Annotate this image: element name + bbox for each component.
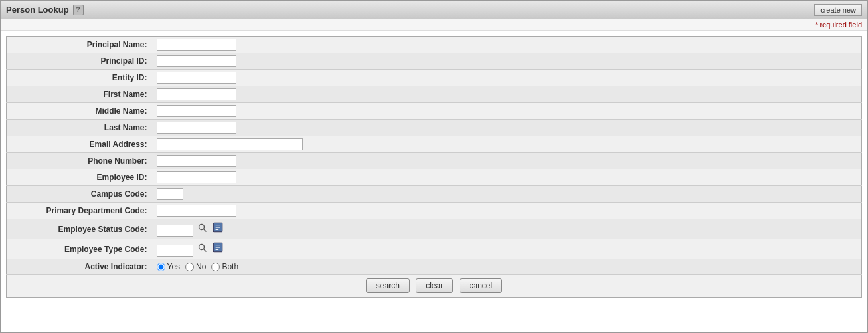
form-table: Principal Name: Principal ID: Entity ID: <box>6 36 862 298</box>
principal-name-input[interactable] <box>157 39 236 51</box>
active-yes-label[interactable]: Yes <box>157 262 181 271</box>
clear-button[interactable]: clear <box>416 278 453 293</box>
principal-name-cell <box>153 37 862 53</box>
active-no-label[interactable]: No <box>185 262 206 271</box>
active-yes-text: Yes <box>167 262 181 271</box>
active-indicator-group: Yes No Both <box>157 262 858 271</box>
employee-status-search-icon[interactable] <box>197 222 209 234</box>
table-row: Principal ID: <box>7 53 862 70</box>
active-yes-radio[interactable] <box>157 263 165 271</box>
first-name-input[interactable] <box>157 88 236 100</box>
svg-line-1 <box>203 229 206 232</box>
title-bar: Person Lookup ? create new <box>1 1 867 19</box>
table-row: Employee Type Code: <box>7 239 862 259</box>
table-row: Phone Number: <box>7 153 862 169</box>
entity-id-cell <box>153 70 862 86</box>
primary-dept-code-input[interactable] <box>157 205 236 217</box>
employee-id-input[interactable] <box>157 171 236 183</box>
table-row: Email Address: <box>7 136 862 153</box>
principal-id-label: Principal ID: <box>7 53 153 70</box>
employee-status-code-label: Employee Status Code: <box>7 219 153 239</box>
svg-line-7 <box>203 249 206 252</box>
employee-type-search-icon[interactable] <box>197 242 209 254</box>
principal-id-input[interactable] <box>157 55 236 67</box>
active-both-text: Both <box>222 262 238 271</box>
employee-type-book-icon[interactable] <box>212 241 224 253</box>
email-address-cell <box>153 136 862 153</box>
table-row: Entity ID: <box>7 70 862 86</box>
title-left: Person Lookup ? <box>6 5 84 15</box>
active-indicator-label: Active Indicator: <box>7 259 153 275</box>
required-notice: * required field <box>1 19 867 31</box>
last-name-cell <box>153 120 862 136</box>
employee-type-code-input[interactable] <box>157 245 193 257</box>
email-address-input[interactable] <box>157 138 303 150</box>
campus-code-input[interactable] <box>157 188 183 200</box>
create-new-button[interactable]: create new <box>814 4 862 16</box>
cancel-button[interactable]: cancel <box>460 278 503 293</box>
buttons-cell: search clear cancel <box>7 275 862 298</box>
last-name-input[interactable] <box>157 122 236 134</box>
table-row: Principal Name: <box>7 37 862 53</box>
phone-number-input[interactable] <box>157 155 236 167</box>
campus-code-cell <box>153 186 862 203</box>
phone-number-label: Phone Number: <box>7 153 153 169</box>
principal-name-label: Principal Name: <box>7 37 153 53</box>
table-row: First Name: <box>7 86 862 103</box>
search-button[interactable]: search <box>366 278 410 293</box>
employee-id-cell <box>153 169 862 186</box>
table-row: Primary Department Code: <box>7 203 862 219</box>
middle-name-label: Middle Name: <box>7 103 153 120</box>
svg-point-0 <box>199 225 204 230</box>
table-row: Employee Status Code: <box>7 219 862 239</box>
middle-name-input[interactable] <box>157 105 236 117</box>
svg-point-6 <box>199 245 204 250</box>
employee-type-code-cell <box>153 239 862 259</box>
campus-code-label: Campus Code: <box>7 186 153 203</box>
active-no-radio[interactable] <box>185 263 194 271</box>
table-row: Active Indicator: Yes No <box>7 259 862 275</box>
employee-type-code-label: Employee Type Code: <box>7 239 153 259</box>
page-title: Person Lookup <box>6 5 69 15</box>
active-indicator-cell: Yes No Both <box>153 259 862 275</box>
employee-status-code-cell <box>153 219 862 239</box>
table-row: Employee ID: <box>7 169 862 186</box>
table-row: Campus Code: <box>7 186 862 203</box>
principal-id-cell <box>153 53 862 70</box>
entity-id-label: Entity ID: <box>7 70 153 86</box>
active-both-label[interactable]: Both <box>211 262 238 271</box>
form-container: Principal Name: Principal ID: Entity ID: <box>1 31 867 303</box>
primary-dept-code-cell <box>153 203 862 219</box>
employee-status-code-input[interactable] <box>157 225 193 237</box>
last-name-label: Last Name: <box>7 120 153 136</box>
entity-id-input[interactable] <box>157 72 236 84</box>
employee-id-label: Employee ID: <box>7 169 153 186</box>
table-row: Middle Name: <box>7 103 862 120</box>
phone-number-cell <box>153 153 862 169</box>
employee-status-book-icon[interactable] <box>212 221 224 233</box>
first-name-label: First Name: <box>7 86 153 103</box>
active-no-text: No <box>196 262 206 271</box>
page-wrapper: Person Lookup ? create new * required fi… <box>0 0 868 333</box>
middle-name-cell <box>153 103 862 120</box>
table-row: Last Name: <box>7 120 862 136</box>
buttons-row: search clear cancel <box>7 275 862 298</box>
email-address-label: Email Address: <box>7 136 153 153</box>
first-name-cell <box>153 86 862 103</box>
active-both-radio[interactable] <box>211 263 220 271</box>
help-icon[interactable]: ? <box>73 5 84 15</box>
primary-dept-code-label: Primary Department Code: <box>7 203 153 219</box>
